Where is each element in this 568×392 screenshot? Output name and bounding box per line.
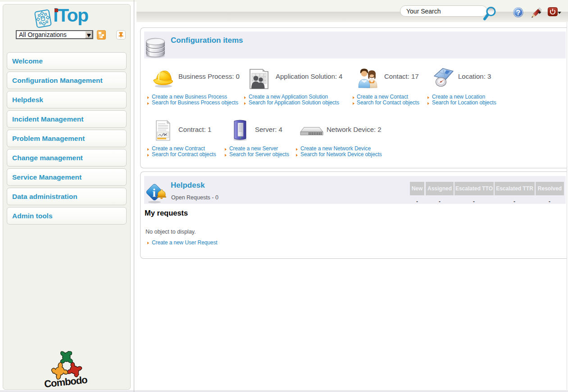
svg-text:Combodo: Combodo: [44, 374, 88, 390]
svg-text:?: ?: [516, 9, 521, 17]
svg-text:i: i: [152, 186, 155, 199]
